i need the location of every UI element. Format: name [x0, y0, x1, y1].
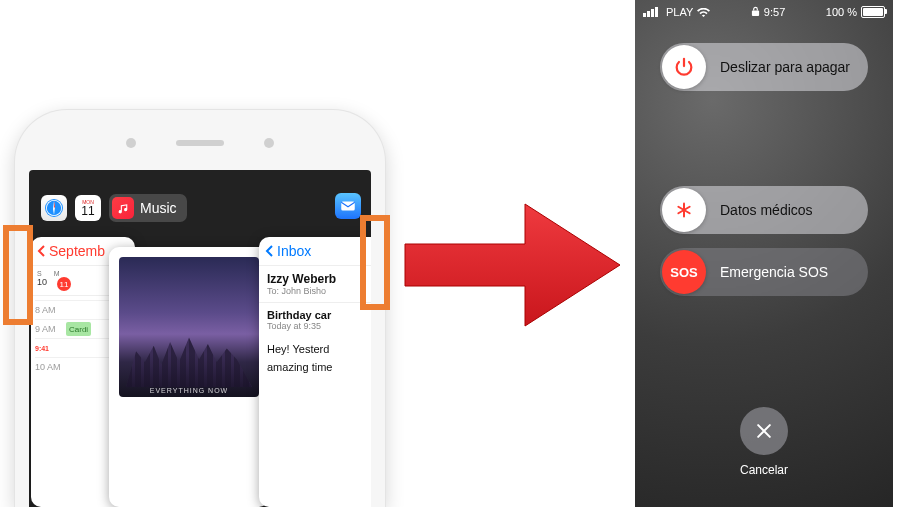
- arrow-icon: [400, 200, 625, 330]
- mail-back[interactable]: Inbox: [259, 237, 371, 266]
- calendar-month-label: Septemb: [49, 243, 105, 259]
- weekday: S: [37, 270, 42, 277]
- weekday: M: [54, 270, 60, 277]
- slide-to-power-off[interactable]: Deslizar para apagar: [660, 43, 868, 91]
- app-switcher-screen: MON11 Music Septemb: [29, 170, 371, 507]
- hour-label: 8 AM: [35, 305, 56, 315]
- album-art: EVERYTHING NOW: [119, 257, 259, 397]
- iphone-left-mockup: MON11 Music Septemb: [15, 110, 385, 507]
- safari-icon: [41, 195, 67, 221]
- battery-icon: [861, 6, 885, 18]
- phone-forehead: [15, 138, 385, 148]
- power-icon[interactable]: [662, 45, 706, 89]
- album-caption: EVERYTHING NOW: [119, 387, 259, 394]
- emergency-sos-slider[interactable]: SOS Emergencia SOS: [660, 248, 868, 296]
- mail-body-line2: amazing time: [259, 355, 371, 373]
- power-off-screen: PLAY 9:57 100 % Deslizar para apagar Dat…: [635, 0, 893, 507]
- mail-to-name: John Bisho: [282, 286, 327, 296]
- cal-date: 10: [37, 277, 47, 291]
- sos-label: Emergencia SOS: [720, 264, 828, 280]
- mail-card[interactable]: Inbox Izzy Weberb To: John Bisho Birthda…: [259, 237, 371, 507]
- medical-id-slider[interactable]: Datos médicos: [660, 186, 868, 234]
- cancel-label: Cancelar: [740, 463, 788, 477]
- calendar-event: Cardi: [66, 322, 91, 336]
- hour-label: 10 AM: [35, 362, 61, 372]
- cancel-button[interactable]: [740, 407, 788, 455]
- power-off-label: Deslizar para apagar: [720, 59, 850, 75]
- mail-body-line1: Hey! Yesterd: [259, 337, 371, 355]
- status-bar: PLAY 9:57 100 %: [635, 0, 893, 22]
- battery-pct: 100 %: [826, 6, 857, 18]
- svg-rect-5: [341, 202, 355, 211]
- clock-time: 9:57: [764, 6, 785, 18]
- lock-icon: [751, 6, 760, 19]
- wifi-icon: [697, 6, 710, 18]
- mail-to-prefix: To:: [267, 286, 279, 296]
- music-label: Music: [140, 200, 177, 216]
- hour-label: 9 AM: [35, 324, 56, 334]
- side-button-callout: [360, 215, 390, 310]
- dock-bar: MON11 Music: [29, 189, 371, 227]
- music-app-chip[interactable]: Music: [109, 194, 187, 222]
- now-marker: 9:41: [35, 345, 49, 352]
- mail-timestamp: Today at 9:35: [259, 321, 371, 337]
- sos-knob-text: SOS: [670, 265, 697, 280]
- medical-icon[interactable]: [662, 188, 706, 232]
- calendar-icon: MON11: [75, 195, 101, 221]
- music-card[interactable]: EVERYTHING NOW: [109, 247, 269, 507]
- cal-date-today: 11: [57, 277, 71, 291]
- mail-from: Izzy Weberb: [267, 272, 371, 286]
- inbox-label: Inbox: [277, 243, 311, 259]
- svg-rect-6: [752, 10, 759, 15]
- mail-icon: [335, 193, 361, 219]
- carrier-label: PLAY: [666, 6, 693, 18]
- medical-id-label: Datos médicos: [720, 202, 813, 218]
- volume-button-callout: [3, 225, 33, 325]
- mail-subject: Birthday car: [259, 303, 371, 321]
- cancel-group: Cancelar: [635, 407, 893, 477]
- music-icon: [112, 197, 134, 219]
- sos-icon[interactable]: SOS: [662, 250, 706, 294]
- signal-icon: [643, 7, 658, 17]
